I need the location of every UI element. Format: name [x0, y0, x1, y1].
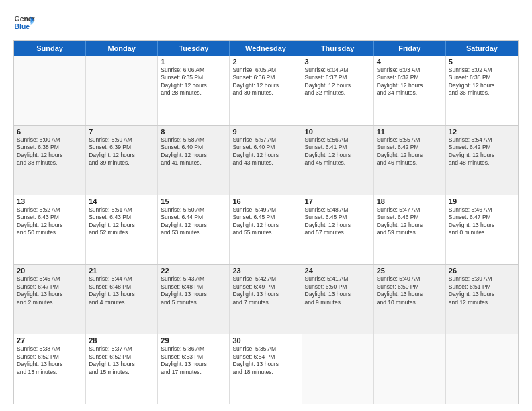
cell-info: Sunrise: 6:05 AM Sunset: 6:36 PM Dayligh…	[232, 66, 298, 97]
cell-info: Sunrise: 5:42 AM Sunset: 6:49 PM Dayligh…	[232, 275, 298, 306]
cell-info: Sunrise: 5:45 AM Sunset: 6:47 PM Dayligh…	[17, 275, 83, 306]
cell-info: Sunrise: 5:40 AM Sunset: 6:50 PM Dayligh…	[377, 275, 443, 306]
day-number: 22	[161, 267, 226, 275]
calendar-cell: 16Sunrise: 5:49 AM Sunset: 6:45 PM Dayli…	[230, 195, 302, 265]
calendar-row-3: 13Sunrise: 5:52 AM Sunset: 6:43 PM Dayli…	[14, 195, 518, 265]
calendar-cell: 6Sunrise: 6:00 AM Sunset: 6:38 PM Daylig…	[14, 126, 86, 195]
header-cell-thursday: Thursday	[302, 41, 374, 56]
calendar-cell: 10Sunrise: 5:56 AM Sunset: 6:41 PM Dayli…	[302, 126, 374, 195]
cell-info: Sunrise: 6:00 AM Sunset: 6:38 PM Dayligh…	[17, 136, 83, 167]
calendar-cell: 27Sunrise: 5:38 AM Sunset: 6:52 PM Dayli…	[14, 334, 86, 404]
calendar-body: 1Sunrise: 6:06 AM Sunset: 6:35 PM Daylig…	[14, 56, 518, 404]
page-header: General Blue	[13, 12, 519, 34]
day-number: 7	[89, 128, 154, 136]
day-number: 5	[449, 58, 515, 66]
day-number: 23	[232, 267, 298, 275]
header-cell-monday: Monday	[86, 41, 158, 56]
cell-info: Sunrise: 5:54 AM Sunset: 6:42 PM Dayligh…	[449, 136, 515, 167]
cell-info: Sunrise: 5:51 AM Sunset: 6:43 PM Dayligh…	[89, 206, 154, 237]
calendar-cell: 9Sunrise: 5:57 AM Sunset: 6:40 PM Daylig…	[230, 126, 302, 195]
calendar-cell: 21Sunrise: 5:44 AM Sunset: 6:48 PM Dayli…	[86, 265, 158, 334]
day-number: 26	[449, 267, 515, 275]
calendar-cell	[302, 334, 374, 404]
svg-text:Blue: Blue	[15, 23, 30, 30]
calendar-cell: 11Sunrise: 5:55 AM Sunset: 6:42 PM Dayli…	[374, 126, 446, 195]
logo: General Blue	[13, 12, 35, 34]
calendar-cell: 7Sunrise: 5:59 AM Sunset: 6:39 PM Daylig…	[86, 126, 158, 195]
cell-info: Sunrise: 5:52 AM Sunset: 6:43 PM Dayligh…	[17, 206, 83, 237]
calendar-cell: 12Sunrise: 5:54 AM Sunset: 6:42 PM Dayli…	[446, 126, 518, 195]
day-number: 11	[377, 128, 443, 136]
cell-info: Sunrise: 5:57 AM Sunset: 6:40 PM Dayligh…	[232, 136, 298, 167]
cell-info: Sunrise: 5:35 AM Sunset: 6:54 PM Dayligh…	[232, 345, 298, 376]
cell-info: Sunrise: 6:06 AM Sunset: 6:35 PM Dayligh…	[161, 66, 226, 97]
day-number: 21	[89, 267, 154, 275]
day-number: 27	[17, 336, 83, 345]
calendar-cell	[446, 334, 518, 404]
day-number: 17	[305, 197, 371, 205]
cell-info: Sunrise: 5:36 AM Sunset: 6:53 PM Dayligh…	[161, 345, 226, 376]
header-cell-sunday: Sunday	[14, 41, 86, 56]
calendar-cell	[14, 56, 86, 125]
cell-info: Sunrise: 5:58 AM Sunset: 6:40 PM Dayligh…	[161, 136, 226, 167]
calendar-cell: 2Sunrise: 6:05 AM Sunset: 6:36 PM Daylig…	[230, 56, 302, 125]
cell-info: Sunrise: 6:04 AM Sunset: 6:37 PM Dayligh…	[305, 66, 371, 97]
calendar-cell: 3Sunrise: 6:04 AM Sunset: 6:37 PM Daylig…	[302, 56, 374, 125]
cell-info: Sunrise: 5:37 AM Sunset: 6:52 PM Dayligh…	[89, 345, 154, 376]
cell-info: Sunrise: 5:50 AM Sunset: 6:44 PM Dayligh…	[161, 206, 226, 237]
logo-icon: General Blue	[13, 12, 35, 34]
calendar-cell: 4Sunrise: 6:03 AM Sunset: 6:37 PM Daylig…	[374, 56, 446, 125]
calendar-cell: 19Sunrise: 5:46 AM Sunset: 6:47 PM Dayli…	[446, 195, 518, 265]
calendar-cell: 24Sunrise: 5:41 AM Sunset: 6:50 PM Dayli…	[302, 265, 374, 334]
cell-info: Sunrise: 5:55 AM Sunset: 6:42 PM Dayligh…	[377, 136, 443, 167]
day-number: 9	[232, 128, 298, 136]
day-number: 14	[89, 197, 154, 205]
calendar-row-1: 1Sunrise: 6:06 AM Sunset: 6:35 PM Daylig…	[14, 56, 518, 125]
cell-info: Sunrise: 5:43 AM Sunset: 6:48 PM Dayligh…	[161, 275, 226, 306]
calendar-cell: 30Sunrise: 5:35 AM Sunset: 6:54 PM Dayli…	[230, 334, 302, 404]
calendar-cell: 25Sunrise: 5:40 AM Sunset: 6:50 PM Dayli…	[374, 265, 446, 334]
cell-info: Sunrise: 5:38 AM Sunset: 6:52 PM Dayligh…	[17, 345, 83, 376]
calendar-cell: 26Sunrise: 5:39 AM Sunset: 6:51 PM Dayli…	[446, 265, 518, 334]
day-number: 19	[449, 197, 515, 205]
cell-info: Sunrise: 5:41 AM Sunset: 6:50 PM Dayligh…	[305, 275, 371, 306]
cell-info: Sunrise: 5:48 AM Sunset: 6:45 PM Dayligh…	[305, 206, 371, 237]
cell-info: Sunrise: 5:56 AM Sunset: 6:41 PM Dayligh…	[305, 136, 371, 167]
calendar-header: SundayMondayTuesdayWednesdayThursdayFrid…	[14, 41, 518, 56]
day-number: 2	[232, 58, 298, 66]
calendar-cell: 5Sunrise: 6:02 AM Sunset: 6:38 PM Daylig…	[446, 56, 518, 125]
calendar-cell: 13Sunrise: 5:52 AM Sunset: 6:43 PM Dayli…	[14, 195, 86, 265]
cell-info: Sunrise: 5:46 AM Sunset: 6:47 PM Dayligh…	[449, 206, 515, 237]
calendar-cell: 20Sunrise: 5:45 AM Sunset: 6:47 PM Dayli…	[14, 265, 86, 334]
calendar-cell: 28Sunrise: 5:37 AM Sunset: 6:52 PM Dayli…	[86, 334, 158, 404]
calendar-row-5: 27Sunrise: 5:38 AM Sunset: 6:52 PM Dayli…	[14, 334, 518, 404]
calendar-cell: 29Sunrise: 5:36 AM Sunset: 6:53 PM Dayli…	[158, 334, 230, 404]
cell-info: Sunrise: 6:03 AM Sunset: 6:37 PM Dayligh…	[377, 66, 443, 97]
day-number: 18	[377, 197, 443, 205]
day-number: 24	[305, 267, 371, 275]
header-cell-tuesday: Tuesday	[158, 41, 230, 56]
cell-info: Sunrise: 5:47 AM Sunset: 6:46 PM Dayligh…	[377, 206, 443, 237]
header-cell-wednesday: Wednesday	[230, 41, 302, 56]
cell-info: Sunrise: 5:44 AM Sunset: 6:48 PM Dayligh…	[89, 275, 154, 306]
day-number: 25	[377, 267, 443, 275]
day-number: 10	[305, 128, 371, 136]
day-number: 6	[17, 128, 83, 136]
day-number: 28	[89, 336, 154, 345]
day-number: 4	[377, 58, 443, 66]
calendar-cell: 18Sunrise: 5:47 AM Sunset: 6:46 PM Dayli…	[374, 195, 446, 265]
cell-info: Sunrise: 5:39 AM Sunset: 6:51 PM Dayligh…	[449, 275, 515, 306]
cell-info: Sunrise: 6:02 AM Sunset: 6:38 PM Dayligh…	[449, 66, 515, 97]
calendar-cell	[374, 334, 446, 404]
cell-info: Sunrise: 5:59 AM Sunset: 6:39 PM Dayligh…	[89, 136, 154, 167]
day-number: 13	[17, 197, 83, 205]
header-cell-saturday: Saturday	[446, 41, 518, 56]
calendar-cell: 23Sunrise: 5:42 AM Sunset: 6:49 PM Dayli…	[230, 265, 302, 334]
calendar-cell	[86, 56, 158, 125]
day-number: 1	[161, 58, 226, 66]
calendar-cell: 8Sunrise: 5:58 AM Sunset: 6:40 PM Daylig…	[158, 126, 230, 195]
calendar: SundayMondayTuesdayWednesdayThursdayFrid…	[13, 40, 519, 404]
day-number: 30	[232, 336, 298, 345]
calendar-cell: 17Sunrise: 5:48 AM Sunset: 6:45 PM Dayli…	[302, 195, 374, 265]
day-number: 8	[161, 128, 226, 136]
